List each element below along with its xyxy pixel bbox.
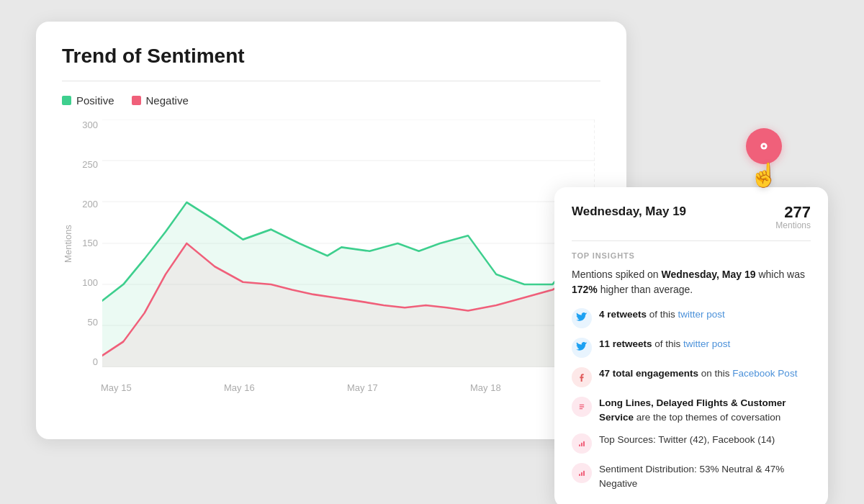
svg-rect-19 xyxy=(583,441,585,446)
positive-label: Positive xyxy=(76,94,114,107)
insight-spike-text: Mentions spiked on Wednesday, May 19 whi… xyxy=(572,267,811,297)
chart-title: Trend of Sentiment xyxy=(62,45,600,68)
svg-rect-18 xyxy=(581,443,582,446)
insight-item-facebook: 47 total engagements on this Facebook Po… xyxy=(572,366,811,387)
source-icon xyxy=(572,433,592,454)
x-label-may18: May 18 xyxy=(470,382,501,393)
x-label-may17: May 17 xyxy=(347,382,378,393)
negative-label: Negative xyxy=(146,94,189,107)
y-label-300: 300 xyxy=(75,120,98,130)
twitter-link-2[interactable]: twitter post xyxy=(683,338,730,349)
cursor-indicator: ☝ xyxy=(746,128,782,189)
spike-percent: 172% xyxy=(572,284,598,295)
facebook-icon xyxy=(572,367,592,387)
legend-positive: Positive xyxy=(62,94,114,107)
x-label-may15: May 15 xyxy=(101,382,132,393)
insight-mentions-count: 277 xyxy=(775,204,811,220)
y-label-250: 250 xyxy=(75,159,98,170)
sources-text: Top Sources: Twitter (42), Facebook (14) xyxy=(599,433,775,447)
x-label-may16: May 16 xyxy=(224,382,255,393)
chart-legend: Positive Negative xyxy=(62,94,600,107)
theme-icon xyxy=(572,397,592,417)
facebook-text: 47 total engagements on this Facebook Po… xyxy=(599,366,797,381)
twitter-link-1[interactable]: twitter post xyxy=(678,309,725,320)
insight-header: Wednesday, May 19 277 Mentions xyxy=(572,204,811,241)
chart-area: Mentions 300 250 200 150 100 50 0 xyxy=(62,120,600,393)
legend-negative: Negative xyxy=(132,94,189,107)
y-label-50: 50 xyxy=(75,317,98,328)
chart-card: Trend of Sentiment Positive Negative Men… xyxy=(36,22,626,439)
insight-item-themes: Long Lines, Delayed Flights & Customer S… xyxy=(572,396,811,424)
insight-item-sentiment: Sentiment Distribution: 53% Neutral & 47… xyxy=(572,462,811,490)
x-axis-labels: May 15 May 16 May 17 May 18 xyxy=(94,382,600,393)
insight-item-retweet2: 11 retweets of this twitter post xyxy=(572,337,811,358)
sentiment-text: Sentiment Distribution: 53% Neutral & 47… xyxy=(599,462,811,490)
svg-rect-22 xyxy=(581,472,582,476)
y-label-0: 0 xyxy=(75,356,98,367)
twitter-icon-1 xyxy=(572,308,592,328)
y-label-200: 200 xyxy=(75,199,98,210)
chart-svg xyxy=(102,120,595,367)
facebook-link[interactable]: Facebook Post xyxy=(732,368,797,379)
svg-point-13 xyxy=(762,145,765,148)
insight-item-sources: Top Sources: Twitter (42), Facebook (14) xyxy=(572,433,811,454)
cursor-circle xyxy=(746,128,782,164)
insight-mentions: 277 Mentions xyxy=(775,204,811,230)
positive-dot xyxy=(62,96,71,105)
y-label-150: 150 xyxy=(75,238,98,248)
y-label-100: 100 xyxy=(75,277,98,288)
themes-text: Long Lines, Delayed Flights & Customer S… xyxy=(599,396,811,424)
retweet2-text: 11 retweets of this twitter post xyxy=(599,337,730,351)
chart-divider xyxy=(62,81,600,81)
svg-rect-23 xyxy=(583,471,585,476)
sentiment-icon xyxy=(572,463,592,483)
spike-date: Wednesday, May 19 xyxy=(662,269,756,280)
insight-items-list: 4 retweets of this twitter post 11 retwe… xyxy=(572,307,811,490)
chart-svg-container xyxy=(102,120,595,367)
top-insights-label: TOP INSIGHTS xyxy=(572,251,811,260)
svg-rect-21 xyxy=(579,474,580,476)
cursor-hand-icon: ☝ xyxy=(750,161,778,189)
cursor-dot-icon xyxy=(756,138,772,154)
twitter-icon-2 xyxy=(572,338,592,358)
insight-item-retweet1: 4 retweets of this twitter post xyxy=(572,307,811,328)
insight-mentions-label: Mentions xyxy=(775,220,811,230)
insight-date: Wednesday, May 19 xyxy=(572,204,686,219)
y-axis-title: Mentions xyxy=(63,225,73,263)
y-axis-labels: 300 250 200 150 100 50 0 xyxy=(75,120,98,393)
insight-panel: Wednesday, May 19 277 Mentions TOP INSIG… xyxy=(554,187,828,504)
retweet1-text: 4 retweets of this twitter post xyxy=(599,307,725,322)
negative-dot xyxy=(132,96,141,105)
svg-rect-17 xyxy=(579,444,580,446)
